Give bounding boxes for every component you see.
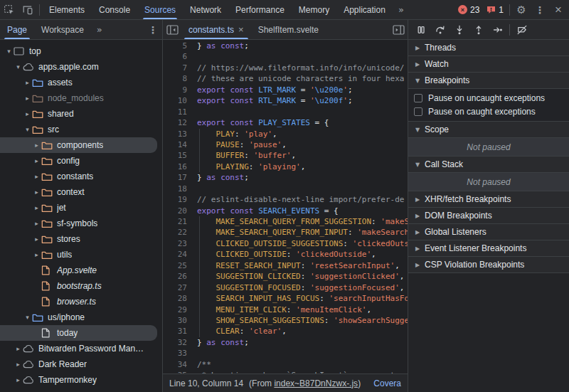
line-number[interactable]: 14 bbox=[163, 139, 194, 150]
line-number[interactable]: 23 bbox=[163, 238, 194, 249]
tree-item-shared[interactable]: ▸shared bbox=[0, 106, 162, 122]
tree-item-top[interactable]: ▾top bbox=[0, 43, 162, 59]
tree-item-src[interactable]: ▾src bbox=[0, 122, 162, 137]
expanded-arrow-icon[interactable]: ▾ bbox=[14, 63, 23, 70]
tab-sources[interactable]: Sources bbox=[137, 0, 183, 19]
line-number[interactable]: 19 bbox=[163, 194, 194, 205]
tab-network[interactable]: Network bbox=[183, 0, 228, 19]
file-tab-shelfitem-svelte[interactable]: ShelfItem.svelte bbox=[251, 20, 326, 39]
tab-performance[interactable]: Performance bbox=[228, 0, 292, 19]
navigator-tab-page[interactable]: Page bbox=[0, 20, 34, 39]
line-number[interactable]: 11 bbox=[163, 107, 194, 117]
line-number[interactable]: 15 bbox=[163, 150, 194, 161]
collapsed-arrow-icon[interactable]: ▸ bbox=[23, 110, 32, 117]
deactivate-breakpoints-icon[interactable] bbox=[512, 21, 531, 39]
more-tabs-button[interactable]: » bbox=[393, 4, 410, 15]
line-number[interactable]: 9 bbox=[163, 85, 194, 95]
device-toolbar-icon[interactable] bbox=[18, 1, 37, 19]
hide-navigator-icon[interactable] bbox=[163, 21, 181, 39]
tree-item-tampermonkey[interactable]: ▸Tampermonkey bbox=[0, 372, 162, 388]
collapsed-arrow-icon[interactable]: ▸ bbox=[14, 345, 23, 352]
checkbox-pause-on-uncaught-exceptions[interactable]: Pause on uncaught exceptions bbox=[408, 91, 569, 105]
tree-item-constants[interactable]: ▸constants bbox=[0, 169, 162, 184]
line-number[interactable]: 22 bbox=[163, 227, 194, 238]
step-over-icon[interactable] bbox=[430, 21, 450, 39]
collapsed-arrow-icon[interactable]: ▸ bbox=[14, 361, 23, 368]
tab-memory[interactable]: Memory bbox=[292, 0, 336, 19]
line-number[interactable]: 12 bbox=[163, 117, 194, 128]
tab-elements[interactable]: Elements bbox=[42, 0, 92, 19]
section-header-global-listeners[interactable]: ▶Global Listeners bbox=[408, 224, 569, 240]
tree-item-sf-symbols[interactable]: ▸sf-symbols bbox=[0, 216, 162, 231]
collapsed-arrow-icon[interactable]: ▸ bbox=[14, 376, 23, 383]
step-into-icon[interactable] bbox=[450, 21, 469, 39]
collapsed-arrow-icon[interactable]: ▸ bbox=[32, 220, 41, 227]
inspect-icon[interactable] bbox=[0, 1, 18, 19]
line-number[interactable]: 16 bbox=[163, 161, 194, 172]
section-header-scope[interactable]: ▼Scope bbox=[408, 122, 569, 138]
tree-item-components[interactable]: ▸components bbox=[0, 137, 162, 153]
section-header-xhr-fetch-breakpoints[interactable]: ▶XHR/fetch Breakpoints bbox=[408, 191, 569, 208]
line-number[interactable]: 27 bbox=[163, 282, 194, 293]
line-number[interactable]: 20 bbox=[163, 206, 194, 216]
line-number[interactable]: 5 bbox=[163, 41, 194, 51]
show-debugger-icon[interactable] bbox=[389, 21, 408, 39]
line-number[interactable]: 34 bbox=[163, 359, 194, 370]
expanded-arrow-icon[interactable]: ▾ bbox=[4, 48, 14, 55]
close-icon[interactable]: × bbox=[549, 1, 568, 19]
file-tab-constants-ts[interactable]: constants.ts× bbox=[181, 20, 251, 39]
tree-item-today[interactable]: today bbox=[0, 325, 162, 341]
close-tab-icon[interactable]: × bbox=[238, 24, 244, 35]
collapsed-arrow-icon[interactable]: ▸ bbox=[32, 251, 41, 258]
line-number[interactable]: 31 bbox=[163, 326, 194, 337]
tree-item-context[interactable]: ▸context bbox=[0, 184, 162, 200]
navigator-tab-workspace[interactable]: Workspace bbox=[34, 20, 91, 39]
navigator-menu-icon[interactable]: ⋮ bbox=[144, 21, 162, 39]
line-number[interactable]: 33 bbox=[163, 348, 194, 359]
line-number[interactable]: 26 bbox=[163, 271, 194, 282]
checkbox-box[interactable] bbox=[414, 94, 422, 102]
tree-item-app-svelte[interactable]: App.svelte bbox=[0, 263, 162, 278]
tree-item-apps-apple-com[interactable]: ▾apps.apple.com bbox=[0, 59, 162, 75]
tree-item-assets[interactable]: ▸assets bbox=[0, 75, 162, 90]
line-number[interactable]: 32 bbox=[163, 337, 194, 348]
collapsed-arrow-icon[interactable]: ▸ bbox=[32, 157, 41, 164]
more-navigator-tabs-button[interactable]: » bbox=[91, 24, 108, 35]
collapsed-arrow-icon[interactable]: ▸ bbox=[23, 95, 32, 102]
issues-badge[interactable]: 1 bbox=[486, 5, 504, 15]
line-number[interactable]: 29 bbox=[163, 304, 194, 315]
tree-item-dark-reader[interactable]: ▸Dark Reader bbox=[0, 356, 162, 372]
collapsed-arrow-icon[interactable]: ▸ bbox=[32, 173, 41, 180]
collapsed-arrow-icon[interactable]: ▸ bbox=[32, 142, 41, 149]
tree-item-bitwarden-password-man[interactable]: ▸Bitwarden Password Man… bbox=[0, 341, 162, 356]
section-header-breakpoints[interactable]: ▼Breakpoints bbox=[408, 73, 569, 89]
settings-gear-icon[interactable]: ⚙ bbox=[512, 1, 531, 19]
checkbox-pause-on-caught-exceptions[interactable]: Pause on caught exceptions bbox=[408, 105, 569, 118]
line-number[interactable]: 25 bbox=[163, 260, 194, 271]
collapsed-arrow-icon[interactable]: ▸ bbox=[32, 189, 41, 196]
collapsed-arrow-icon[interactable]: ▸ bbox=[32, 235, 41, 243]
tree-item-utils[interactable]: ▸utils bbox=[0, 247, 162, 263]
line-number[interactable]: 8 bbox=[163, 73, 194, 84]
tree-item-us-iphone[interactable]: ▾us/iphone bbox=[0, 309, 162, 325]
section-header-call-stack[interactable]: ▼Call Stack bbox=[408, 157, 569, 173]
code-editor[interactable]: 5} as const;67// https://www.fileformat.… bbox=[163, 40, 408, 392]
error-badge[interactable]: × 23 bbox=[458, 5, 479, 15]
step-icon[interactable] bbox=[488, 21, 507, 39]
more-menu-icon[interactable]: ⋮ bbox=[531, 1, 549, 19]
tree-item-jet[interactable]: ▸jet bbox=[0, 200, 162, 216]
tab-application[interactable]: Application bbox=[336, 0, 393, 19]
tree-item-stores[interactable]: ▸stores bbox=[0, 231, 162, 247]
section-header-event-listener-breakpoints[interactable]: ▶Event Listener Breakpoints bbox=[408, 240, 569, 257]
line-number[interactable]: 24 bbox=[163, 249, 194, 260]
line-number[interactable]: 6 bbox=[163, 51, 194, 62]
source-map-link[interactable]: index~B87DnNzwx-.js bbox=[274, 378, 358, 388]
tree-item-config[interactable]: ▸config bbox=[0, 153, 162, 169]
expanded-arrow-icon[interactable]: ▾ bbox=[23, 126, 32, 133]
line-number[interactable]: 30 bbox=[163, 315, 194, 326]
checkbox-box[interactable] bbox=[414, 107, 422, 116]
collapsed-arrow-icon[interactable]: ▸ bbox=[23, 79, 32, 86]
line-number[interactable]: 10 bbox=[163, 95, 194, 106]
pause-icon[interactable] bbox=[411, 21, 430, 39]
tree-item-bootstrap-ts[interactable]: bootstrap.ts bbox=[0, 278, 162, 294]
